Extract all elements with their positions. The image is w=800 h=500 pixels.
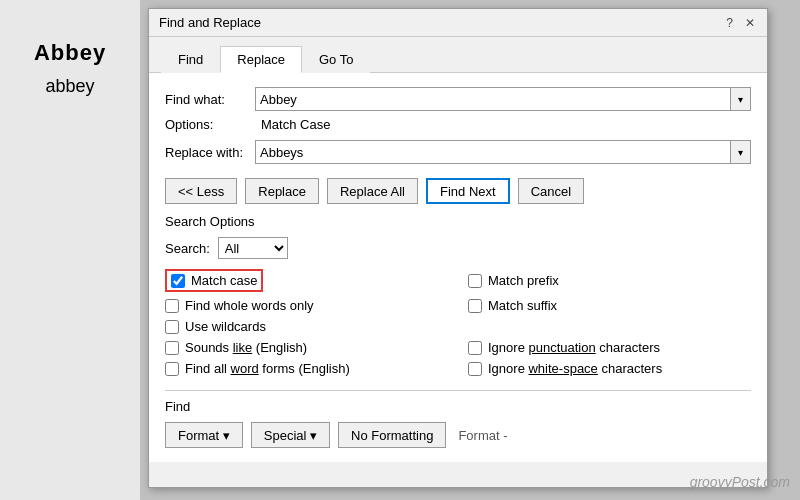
ignore-punctuation-item: Ignore punctuation characters [468,340,751,355]
word-forms-checkbox[interactable] [165,362,179,376]
match-suffix-checkbox[interactable] [468,299,482,313]
bottom-find-label: Find [165,399,751,414]
search-row: Search: All Up Down [165,237,751,259]
word-forms-item: Find all word forms (English) [165,361,448,376]
find-replace-dialog: Find and Replace ? ✕ Find Replace Go To … [148,8,768,488]
search-options-label: Search Options [165,214,751,229]
word-abbey-lower: abbey [45,76,94,97]
match-suffix-label: Match suffix [488,298,557,313]
match-prefix-label: Match prefix [488,273,559,288]
dialog-titlebar: Find and Replace ? ✕ [149,9,767,37]
whole-words-item: Find whole words only [165,298,448,313]
special-button[interactable]: Special ▾ [251,422,330,448]
replace-with-input-wrap: ▾ [255,140,751,164]
replace-with-label: Replace with: [165,145,255,160]
find-what-input-wrap: ▾ [255,87,751,111]
dialog-controls: ? ✕ [724,16,757,30]
desktop: Abbey abbey Find and Replace ? ✕ Find Re… [0,0,800,500]
match-suffix-item: Match suffix [468,298,751,313]
checkboxes-grid: Match case Match prefix Find whole words… [165,269,751,376]
tab-replace[interactable]: Replace [220,46,302,73]
ignore-whitespace-checkbox[interactable] [468,362,482,376]
wildcards-item: Use wildcards [165,319,448,334]
find-what-row: Find what: ▾ [165,87,751,111]
ignore-whitespace-label: Ignore white-space characters [488,361,662,376]
match-prefix-checkbox[interactable] [468,274,482,288]
search-select[interactable]: All Up Down [218,237,288,259]
sounds-like-checkbox[interactable] [165,341,179,355]
sounds-like-item: Sounds like (English) [165,340,448,355]
options-label: Options: [165,117,255,132]
whole-words-checkbox[interactable] [165,299,179,313]
find-what-label: Find what: [165,92,255,107]
left-panel: Abbey abbey [0,0,140,500]
replace-with-input[interactable] [255,140,731,164]
sounds-like-label: Sounds like (English) [185,340,307,355]
find-next-button[interactable]: Find Next [426,178,510,204]
wildcards-label: Use wildcards [185,319,266,334]
word-forms-label: Find all word forms (English) [185,361,350,376]
whole-words-label: Find whole words only [185,298,314,313]
find-what-input[interactable] [255,87,731,111]
less-button[interactable]: << Less [165,178,237,204]
match-case-item: Match case [165,269,448,292]
find-what-dropdown[interactable]: ▾ [731,87,751,111]
close-button[interactable]: ✕ [743,16,757,30]
tab-goto[interactable]: Go To [302,46,370,73]
ignore-whitespace-item: Ignore white-space characters [468,361,751,376]
dialog-title: Find and Replace [159,15,261,30]
action-buttons-row: << Less Replace Replace All Find Next Ca… [165,178,751,204]
help-button[interactable]: ? [724,16,735,30]
ignore-punctuation-checkbox[interactable] [468,341,482,355]
match-case-label: Match case [191,273,257,288]
bottom-section: Find Format ▾ Special ▾ No Formatting Fo… [165,390,751,448]
format-button[interactable]: Format ▾ [165,422,243,448]
cancel-button[interactable]: Cancel [518,178,584,204]
wildcards-checkbox[interactable] [165,320,179,334]
search-label: Search: [165,241,210,256]
match-case-highlighted: Match case [165,269,263,292]
replace-all-button[interactable]: Replace All [327,178,418,204]
watermark: groovyPost.com [690,474,790,490]
options-row: Options: Match Case [165,117,751,132]
format-text: Format - [458,428,507,443]
tab-find[interactable]: Find [161,46,220,73]
ignore-punctuation-label: Ignore punctuation characters [488,340,660,355]
search-select-wrap: All Up Down [218,237,288,259]
replace-with-dropdown[interactable]: ▾ [731,140,751,164]
empty-cell [468,319,751,334]
word-abbey-upper: Abbey [34,40,106,66]
replace-with-row: Replace with: ▾ [165,140,751,164]
options-value: Match Case [261,117,330,132]
tabs-bar: Find Replace Go To [149,37,767,73]
replace-button[interactable]: Replace [245,178,319,204]
match-prefix-item: Match prefix [468,269,751,292]
bottom-buttons-row: Format ▾ Special ▾ No Formatting Format … [165,422,751,448]
no-formatting-button[interactable]: No Formatting [338,422,446,448]
dialog-body: Find what: ▾ Options: Match Case Replace… [149,73,767,462]
match-case-checkbox[interactable] [171,274,185,288]
